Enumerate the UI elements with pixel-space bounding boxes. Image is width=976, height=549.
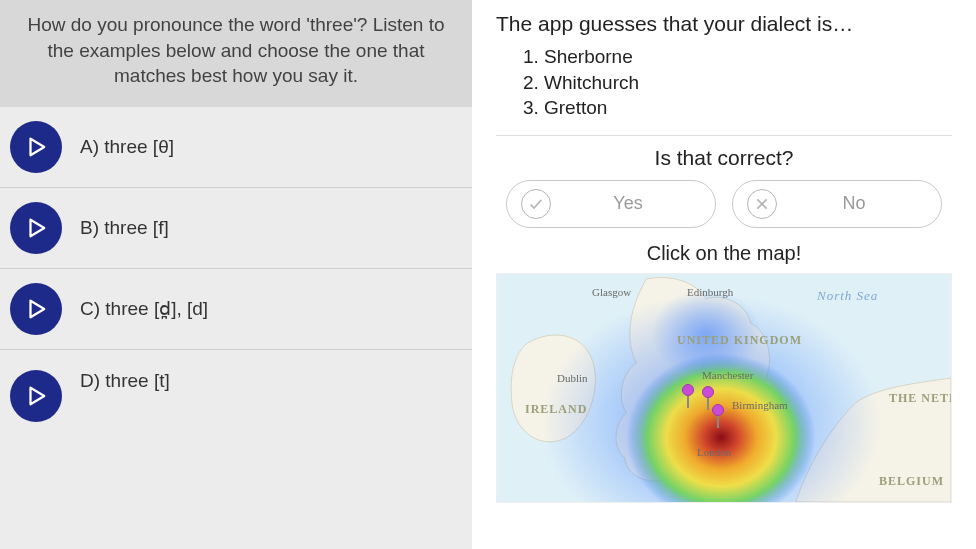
confirm-title: Is that correct? [496,146,952,170]
map-instruction: Click on the map! [496,242,952,265]
check-icon [521,189,551,219]
map-pin-icon [682,384,696,398]
no-label: No [781,193,927,214]
svg-point-9 [651,289,761,378]
guess-item: Sherborne [544,44,952,70]
option-d[interactable]: D) three [t] [0,350,472,549]
option-label: A) three [θ] [80,136,174,158]
play-icon[interactable] [10,370,62,422]
play-icon[interactable] [10,121,62,173]
guess-item: Whitchurch [544,70,952,96]
option-label: C) three [d̪], [d] [80,297,208,320]
map-pin-icon [702,386,716,400]
option-b[interactable]: B) three [f] [0,188,472,269]
question-text: How do you pronounce the word 'three'? L… [0,0,472,107]
question-panel: How do you pronounce the word 'three'? L… [0,0,472,549]
no-button[interactable]: No [732,180,942,228]
option-a[interactable]: A) three [θ] [0,107,472,188]
guess-list: Sherborne Whitchurch Gretton [496,44,952,121]
option-label: D) three [t] [80,370,170,392]
yes-label: Yes [555,193,701,214]
yes-button[interactable]: Yes [506,180,716,228]
play-icon[interactable] [10,283,62,335]
option-label: B) three [f] [80,217,169,239]
option-c[interactable]: C) three [d̪], [d] [0,269,472,350]
options-list: A) three [θ] B) three [f] C) three [d̪],… [0,107,472,549]
svg-marker-1 [31,220,45,237]
guess-item: Gretton [544,95,952,121]
dialect-map[interactable]: Glasgow Edinburgh North Sea Dublin IRELA… [496,273,952,503]
play-icon[interactable] [10,202,62,254]
map-pin-icon [712,404,726,418]
svg-marker-2 [31,301,45,318]
svg-marker-3 [31,388,45,405]
svg-marker-0 [31,139,45,156]
results-panel: The app guesses that your dialect is… Sh… [472,0,976,549]
divider [496,135,952,136]
confirm-buttons: Yes No [496,180,952,228]
guess-title: The app guesses that your dialect is… [496,12,952,36]
close-icon [747,189,777,219]
